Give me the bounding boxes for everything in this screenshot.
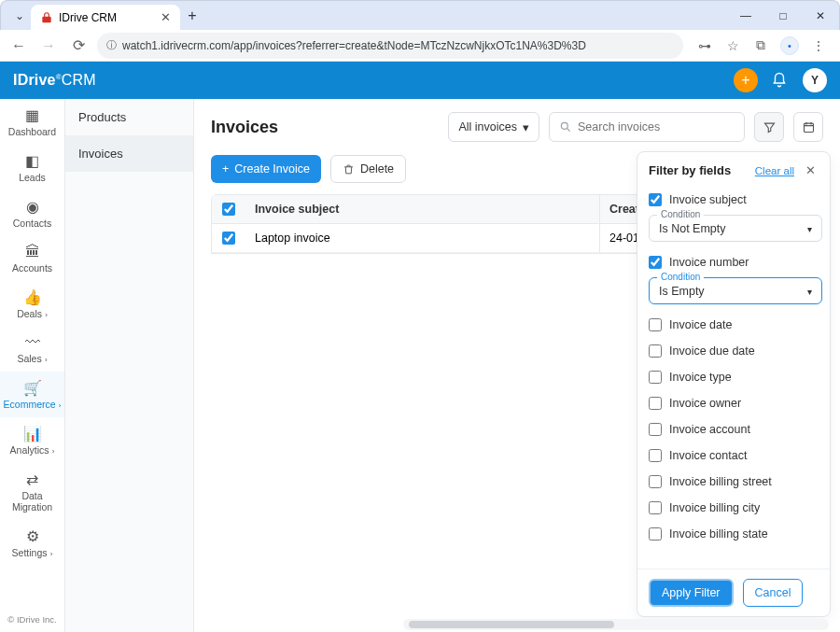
page-title: Invoices bbox=[211, 118, 278, 137]
browser-toolbar: ← → ⟳ ⓘ watch1.idrivecrm.com/app/invoice… bbox=[0, 30, 840, 62]
filter-field-label: Invoice type bbox=[669, 371, 732, 384]
filter-field-invoice-account[interactable]: Invoice account bbox=[649, 416, 822, 442]
sidebar-icon: 👍 bbox=[2, 288, 63, 306]
filter-field-invoice-type[interactable]: Invoice type bbox=[649, 364, 822, 390]
browser-tab[interactable]: IDrive CRM ✕ bbox=[31, 5, 180, 31]
sidebar-item-deals[interactable]: 👍Deals › bbox=[0, 281, 64, 327]
filter-field-label: Invoice number bbox=[669, 256, 749, 269]
app-logo[interactable]: IDrive®CRM bbox=[13, 72, 96, 89]
sidebar-icon: ⚙ bbox=[2, 527, 63, 545]
search-box[interactable] bbox=[549, 112, 745, 142]
sidebar-secondary: ProductsInvoices bbox=[65, 99, 194, 632]
bookmark-icon[interactable]: ☆ bbox=[724, 38, 741, 53]
sidebar-item-analytics[interactable]: 📊Analytics › bbox=[0, 417, 64, 463]
chevron-down-icon: ▾ bbox=[807, 224, 812, 234]
sidebar-item-data-migration[interactable]: ⇄Data Migration bbox=[0, 463, 64, 520]
sidebar-icon: ◉ bbox=[2, 198, 63, 216]
condition-select[interactable]: ConditionIs Not Empty▾ bbox=[649, 215, 822, 242]
clear-all-link[interactable]: Clear all bbox=[755, 165, 794, 176]
apply-filter-button[interactable]: Apply Filter bbox=[649, 579, 734, 607]
filter-button[interactable] bbox=[754, 112, 784, 142]
sidebar-item-settings[interactable]: ⚙Settings › bbox=[0, 520, 64, 566]
filter-field-label: Invoice billing city bbox=[669, 501, 760, 514]
subnav-item-products[interactable]: Products bbox=[65, 99, 193, 135]
filter-checkbox[interactable] bbox=[649, 397, 662, 410]
filter-checkbox[interactable] bbox=[649, 371, 662, 384]
filter-field-label: Invoice billing street bbox=[669, 475, 772, 488]
search-icon bbox=[559, 120, 572, 133]
filter-field-label: Invoice subject bbox=[669, 193, 747, 206]
reload-button[interactable]: ⟳ bbox=[67, 35, 90, 57]
maximize-button[interactable]: □ bbox=[764, 2, 802, 30]
minimize-button[interactable]: ― bbox=[727, 2, 764, 30]
sidebar-item-sales[interactable]: 〰Sales › bbox=[0, 327, 64, 372]
calendar-button[interactable] bbox=[793, 112, 823, 142]
subnav-item-invoices[interactable]: Invoices bbox=[65, 135, 193, 172]
filter-checkbox[interactable] bbox=[649, 501, 662, 514]
main-content: Invoices All invoices ▾ + Creat bbox=[194, 99, 840, 632]
row-checkbox[interactable] bbox=[222, 232, 235, 245]
extensions-icon[interactable]: ⧉ bbox=[752, 37, 769, 53]
logo-part3: CRM bbox=[62, 72, 96, 88]
search-input[interactable] bbox=[578, 120, 735, 133]
filter-field-invoice-billing-street[interactable]: Invoice billing street bbox=[649, 469, 822, 495]
filter-field-invoice-billing-state[interactable]: Invoice billing state bbox=[649, 521, 822, 547]
svg-point-0 bbox=[561, 122, 567, 129]
filter-field-label: Invoice account bbox=[669, 423, 750, 436]
condition-value: Is Empty bbox=[659, 285, 705, 298]
th-subject[interactable]: Invoice subject bbox=[245, 195, 600, 223]
filter-field-label: Invoice due date bbox=[669, 344, 755, 358]
filter-field-invoice-date[interactable]: Invoice date bbox=[649, 312, 822, 338]
menu-icon[interactable]: ⋮ bbox=[810, 38, 827, 53]
close-filter-icon[interactable]: ✕ bbox=[802, 163, 819, 177]
notifications-icon[interactable] bbox=[771, 72, 790, 89]
user-avatar[interactable]: Y bbox=[803, 68, 827, 92]
forward-button[interactable]: → bbox=[37, 35, 60, 57]
tab-dropdown-icon[interactable]: ⌄ bbox=[8, 9, 31, 22]
site-info-icon[interactable]: ⓘ bbox=[106, 38, 117, 52]
footer-credit: © IDrive Inc. bbox=[0, 607, 64, 632]
filter-field-label: Invoice date bbox=[669, 318, 732, 331]
create-invoice-button[interactable]: + Create Invoice bbox=[211, 155, 321, 183]
sidebar-item-ecommerce[interactable]: 🛒Ecommerce › bbox=[0, 372, 64, 417]
sidebar-item-dashboard[interactable]: ▦Dashboard bbox=[0, 99, 64, 145]
svg-rect-1 bbox=[804, 123, 813, 132]
filter-field-invoice-due-date[interactable]: Invoice due date bbox=[649, 338, 822, 364]
close-window-button[interactable]: ✕ bbox=[802, 2, 839, 30]
trash-icon bbox=[343, 163, 355, 176]
scroll-thumb[interactable] bbox=[409, 621, 614, 628]
condition-select[interactable]: ConditionIs Empty▾ bbox=[649, 277, 822, 304]
filter-checkbox[interactable] bbox=[649, 475, 662, 488]
filter-checkbox[interactable] bbox=[649, 527, 662, 541]
sidebar-item-accounts[interactable]: 🏛Accounts bbox=[0, 236, 64, 281]
password-icon[interactable]: ⊶ bbox=[696, 38, 713, 53]
new-tab-button[interactable]: + bbox=[180, 7, 204, 24]
filter-checkbox[interactable] bbox=[649, 423, 662, 436]
scope-dropdown[interactable]: All invoices ▾ bbox=[448, 112, 539, 142]
filter-field-invoice-contact[interactable]: Invoice contact bbox=[649, 442, 822, 469]
filter-checkbox[interactable] bbox=[649, 193, 662, 206]
url-text: watch1.idrivecrm.com/app/invoices?referr… bbox=[122, 39, 586, 52]
sidebar-label: Contacts bbox=[13, 218, 51, 229]
close-icon[interactable]: ✕ bbox=[161, 10, 171, 24]
window-controls: ― □ ✕ bbox=[727, 2, 839, 30]
filter-checkbox[interactable] bbox=[649, 256, 662, 269]
delete-button[interactable]: Delete bbox=[330, 155, 406, 183]
add-button[interactable]: + bbox=[734, 68, 758, 92]
filter-checkbox[interactable] bbox=[649, 344, 662, 358]
filter-checkbox[interactable] bbox=[649, 449, 662, 462]
back-button[interactable]: ← bbox=[7, 35, 30, 57]
select-all-checkbox[interactable] bbox=[222, 203, 235, 216]
url-bar[interactable]: ⓘ watch1.idrivecrm.com/app/invoices?refe… bbox=[97, 33, 683, 59]
horizontal-scrollbar[interactable] bbox=[403, 619, 829, 630]
sidebar-item-leads[interactable]: ◧Leads bbox=[0, 145, 64, 190]
profile-avatar[interactable]: • bbox=[780, 36, 799, 55]
filter-field-invoice-owner[interactable]: Invoice owner bbox=[649, 390, 822, 416]
sidebar-label: Analytics › bbox=[10, 444, 55, 456]
filter-field-invoice-billing-city[interactable]: Invoice billing city bbox=[649, 495, 822, 521]
sidebar-item-contacts[interactable]: ◉Contacts bbox=[0, 190, 64, 236]
filter-checkbox[interactable] bbox=[649, 318, 662, 331]
cancel-filter-button[interactable]: Cancel bbox=[743, 579, 804, 607]
logo-part1: IDriv bbox=[13, 72, 48, 88]
condition-float-label: Condition bbox=[657, 209, 704, 219]
